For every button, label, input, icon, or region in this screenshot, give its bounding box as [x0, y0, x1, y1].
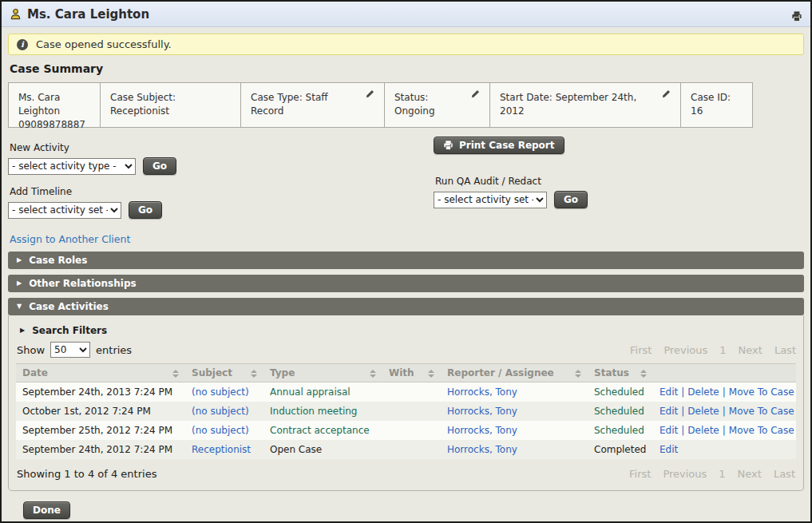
move-to-case-link[interactable]: Move To Case — [729, 406, 794, 417]
activities-table: Date Subject Type With — [16, 363, 796, 459]
edit-link[interactable]: Edit — [660, 406, 678, 417]
client-name: Ms. Cara Leighton — [18, 91, 90, 118]
banner-text: Case opened successfully. — [36, 38, 172, 50]
case-activities-panel: ▶ Search Filters Show 50 entries First P… — [8, 315, 804, 491]
pagination-next[interactable]: Next — [739, 344, 762, 356]
activity-subject-link[interactable]: Receptionist — [192, 444, 251, 455]
add-timeline-label: Add Timeline — [10, 186, 434, 197]
info-icon: i — [17, 39, 28, 50]
column-header-date[interactable]: Date — [16, 364, 185, 382]
client-card: Ms. Cara Leighton 09089878887 — [8, 82, 101, 128]
chevron-right-icon: ▶ — [20, 327, 25, 334]
case-id-cell: Case ID: 16 — [680, 82, 753, 128]
app-window: Ms. Cara Leighton i Case opened successf… — [0, 0, 812, 523]
chevron-right-icon: ▶ — [17, 257, 22, 263]
start-date-cell: Start Date: September 24th, 2012 — [489, 82, 681, 128]
new-activity-label: New Activity — [10, 142, 434, 153]
notification-banner: i Case opened successfully. — [8, 34, 804, 55]
activity-actions: Edit|Delete|Move To Case|Copy To Case — [653, 382, 796, 402]
move-to-case-link[interactable]: Move To Case — [729, 425, 794, 436]
activity-row: September 25th, 2012 7:24 PM (no subject… — [16, 421, 796, 440]
activity-status: Completed — [588, 440, 653, 459]
printer-icon — [443, 141, 454, 150]
case-summary-heading: Case Summary — [10, 62, 804, 75]
activity-reporter-link[interactable]: Horrocks, Tony — [447, 386, 517, 398]
pagination-first[interactable]: First — [629, 468, 651, 480]
pagination-previous[interactable]: Previous — [663, 344, 707, 356]
show-entries-select[interactable]: 50 — [50, 342, 90, 358]
activity-actions: Edit — [653, 440, 796, 459]
chevron-right-icon: ▶ — [17, 280, 22, 287]
activity-actions: Edit|Delete|Move To Case|Copy To Case — [653, 421, 796, 440]
accordion-case-activities[interactable]: ▼ Case Activities — [8, 298, 804, 315]
new-activity-go-button[interactable]: Go — [143, 157, 176, 175]
accordion-case-roles[interactable]: ▶ Case Roles — [8, 252, 804, 269]
case-status-cell: Status: Ongoing — [384, 82, 490, 128]
entries-label: entries — [96, 344, 132, 356]
activity-row: September 24th, 2013 7:24 PM (no subject… — [16, 382, 796, 402]
activity-date: September 24th, 2012 7:24 PM — [16, 440, 185, 459]
column-header-type[interactable]: Type — [263, 364, 382, 382]
edit-status-icon[interactable] — [470, 89, 480, 103]
activity-type: Open Case — [263, 440, 382, 459]
accordion-other-relationships[interactable]: ▶ Other Relationships — [8, 275, 804, 292]
activity-date: October 1st, 2012 7:24 PM — [16, 402, 185, 421]
activity-status: Scheduled — [588, 382, 653, 402]
assign-another-client-link[interactable]: Assign to Another Client — [10, 233, 130, 245]
activity-actions: Edit|Delete|Move To Case|Copy To Case — [653, 402, 796, 421]
sort-icon — [251, 370, 257, 378]
activity-subject-link[interactable]: (no subject) — [192, 386, 249, 398]
sort-icon — [575, 370, 581, 378]
activity-date: September 24th, 2013 7:24 PM — [16, 382, 185, 402]
print-case-report-button[interactable]: Print Case Report — [434, 137, 564, 154]
activity-type: Induction meeting — [263, 402, 382, 421]
column-header-reporter[interactable]: Reporter / Assignee — [441, 364, 588, 382]
delete-link[interactable]: Delete — [687, 406, 719, 417]
edit-link[interactable]: Edit — [660, 386, 678, 398]
column-header-with[interactable]: With — [382, 364, 441, 382]
delete-link[interactable]: Delete — [687, 425, 719, 436]
pagination-previous[interactable]: Previous — [663, 468, 707, 480]
activity-reporter-link[interactable]: Horrocks, Tony — [447, 444, 517, 455]
qa-audit-select[interactable]: - select activity set - — [434, 192, 547, 208]
delete-link[interactable]: Delete — [687, 386, 719, 398]
showing-entries-text: Showing 1 to 4 of 4 entries — [17, 468, 156, 480]
table-header-row: Date Subject Type With — [16, 364, 796, 382]
pagination-page[interactable]: 1 — [719, 344, 726, 356]
case-subject-cell: Case Subject: Receptionist — [100, 82, 241, 128]
pagination-top: First Previous 1 Next Last — [630, 344, 796, 356]
activity-type: Annual appraisal — [263, 382, 382, 402]
new-activity-select[interactable]: - select activity type - — [8, 158, 136, 175]
column-header-subject[interactable]: Subject — [185, 364, 263, 382]
edit-start-date-icon[interactable] — [661, 89, 671, 103]
sort-icon — [172, 370, 179, 378]
activity-date: September 25th, 2012 7:24 PM — [16, 421, 185, 440]
activity-type: Contract acceptance — [263, 421, 382, 440]
column-header-status[interactable]: Status — [588, 364, 653, 382]
edit-case-type-icon[interactable] — [365, 89, 374, 103]
pagination-last[interactable]: Last — [774, 468, 795, 480]
edit-link[interactable]: Edit — [660, 425, 678, 436]
qa-audit-go-button[interactable]: Go — [554, 191, 588, 208]
move-to-case-link[interactable]: Move To Case — [729, 386, 794, 398]
add-timeline-select[interactable]: - select activity set - — [8, 202, 121, 219]
activity-with — [382, 402, 441, 421]
user-icon — [10, 8, 22, 20]
sort-icon — [370, 370, 376, 378]
activity-row: September 24th, 2012 7:24 PM Receptionis… — [16, 440, 796, 459]
pagination-last[interactable]: Last — [774, 344, 796, 356]
pagination-page[interactable]: 1 — [719, 468, 725, 480]
sort-icon — [640, 370, 647, 378]
pagination-next[interactable]: Next — [738, 468, 762, 480]
activity-subject-link[interactable]: (no subject) — [192, 406, 249, 417]
activity-subject-link[interactable]: (no subject) — [192, 425, 249, 436]
done-button[interactable]: Done — [23, 501, 70, 519]
printer-icon[interactable] — [791, 10, 802, 25]
chevron-down-icon: ▼ — [17, 303, 22, 310]
edit-link[interactable]: Edit — [660, 444, 678, 455]
add-timeline-go-button[interactable]: Go — [129, 201, 162, 219]
activity-reporter-link[interactable]: Horrocks, Tony — [447, 406, 517, 417]
search-filters-toggle[interactable]: ▶ Search Filters — [20, 325, 796, 336]
pagination-first[interactable]: First — [630, 344, 652, 356]
activity-reporter-link[interactable]: Horrocks, Tony — [447, 425, 517, 436]
